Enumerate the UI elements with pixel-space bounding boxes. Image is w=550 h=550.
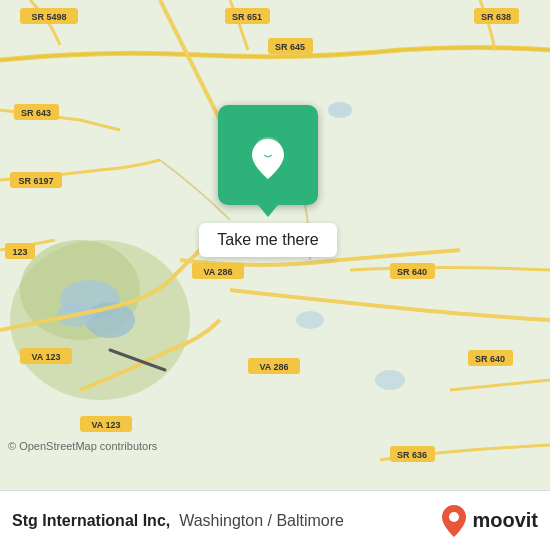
location-popup: Take me there: [163, 105, 373, 257]
svg-text:SR 6197: SR 6197: [18, 176, 53, 186]
svg-text:VA 123: VA 123: [31, 352, 60, 362]
svg-text:VA 286: VA 286: [259, 362, 288, 372]
svg-text:SR 643: SR 643: [21, 108, 51, 118]
svg-text:SR 640: SR 640: [397, 267, 427, 277]
take-me-there-button[interactable]: Take me there: [199, 223, 336, 257]
moovit-logo[interactable]: moovit: [440, 504, 538, 538]
svg-point-9: [296, 311, 324, 329]
location-name: Stg International Inc, Washington / Balt…: [12, 512, 440, 530]
svg-text:SR 645: SR 645: [275, 42, 305, 52]
svg-text:SR 651: SR 651: [232, 12, 262, 22]
location-region-text: Washington / Baltimore: [179, 512, 344, 529]
svg-point-8: [375, 370, 405, 390]
popup-tail: [258, 205, 278, 217]
moovit-brand-text: moovit: [472, 509, 538, 532]
svg-text:VA 123: VA 123: [91, 420, 120, 430]
svg-text:VA 286: VA 286: [203, 267, 232, 277]
location-name-text: Stg International Inc: [12, 512, 166, 529]
moovit-pin-icon: [440, 504, 468, 538]
svg-text:SR 636: SR 636: [397, 450, 427, 460]
svg-text:SR 5498: SR 5498: [31, 12, 66, 22]
map-attribution: © OpenStreetMap contributors: [8, 440, 157, 452]
svg-text:SR 640: SR 640: [475, 354, 505, 364]
location-pin-icon: [244, 131, 292, 179]
svg-point-42: [449, 512, 459, 522]
map-view: SR 5498 SR 651 SR 645 SR 638 SR 643 SR 6…: [0, 0, 550, 490]
svg-text:SR 638: SR 638: [481, 12, 511, 22]
popup-icon-box: [218, 105, 318, 205]
bottom-bar: Stg International Inc, Washington / Balt…: [0, 490, 550, 550]
svg-text:123: 123: [12, 247, 27, 257]
